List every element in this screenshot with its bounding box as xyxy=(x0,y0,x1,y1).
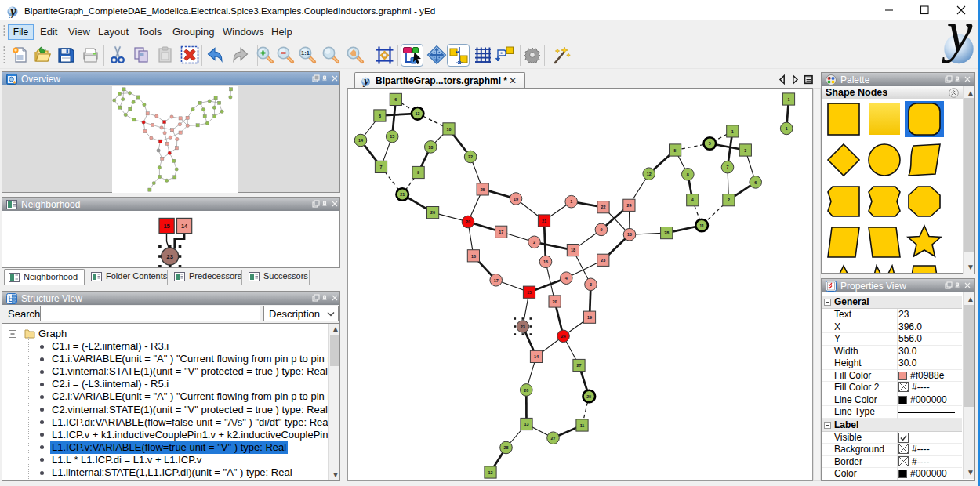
svg-text:23: 23 xyxy=(167,253,173,260)
svg-text:4: 4 xyxy=(565,276,568,281)
svg-text:9: 9 xyxy=(600,227,602,232)
svg-text:9: 9 xyxy=(417,170,419,175)
svg-text:1: 1 xyxy=(786,126,788,131)
svg-text:27: 27 xyxy=(551,436,556,441)
svg-text:18: 18 xyxy=(428,145,433,150)
svg-text:15: 15 xyxy=(390,134,394,139)
svg-text:2: 2 xyxy=(728,198,730,202)
svg-text:6: 6 xyxy=(394,97,397,102)
svg-text:8: 8 xyxy=(687,172,689,177)
svg-text:22: 22 xyxy=(601,205,606,209)
svg-text:26: 26 xyxy=(524,388,528,393)
svg-text:4: 4 xyxy=(691,198,694,202)
svg-text:27: 27 xyxy=(577,363,582,368)
svg-text:23: 23 xyxy=(521,325,525,329)
svg-text:20: 20 xyxy=(466,219,470,224)
svg-text:14: 14 xyxy=(534,354,539,359)
svg-text:5: 5 xyxy=(709,141,711,146)
svg-text:y: y xyxy=(362,74,369,87)
svg-text:21: 21 xyxy=(542,219,546,223)
svg-text:1: 1 xyxy=(570,199,572,204)
svg-text:8: 8 xyxy=(379,114,381,118)
svg-text:12: 12 xyxy=(647,172,652,176)
svg-text:3: 3 xyxy=(744,148,746,153)
svg-text:12: 12 xyxy=(488,470,493,475)
svg-text:17: 17 xyxy=(499,230,503,234)
svg-text:20: 20 xyxy=(553,299,557,304)
svg-text:14: 14 xyxy=(358,138,363,143)
svg-text:25: 25 xyxy=(481,187,485,192)
svg-text:28: 28 xyxy=(664,230,669,235)
svg-text:y: y xyxy=(942,20,973,63)
svg-text:3: 3 xyxy=(590,282,592,287)
svg-text:11: 11 xyxy=(699,223,704,228)
svg-text:15: 15 xyxy=(163,223,169,230)
svg-text:13: 13 xyxy=(416,111,420,116)
svg-text:24: 24 xyxy=(561,334,566,339)
svg-text:y: y xyxy=(9,4,16,19)
svg-text:13: 13 xyxy=(524,422,529,426)
svg-text:11: 11 xyxy=(580,423,585,428)
svg-text:25: 25 xyxy=(586,394,591,399)
svg-text:21: 21 xyxy=(400,192,405,197)
svg-text:26: 26 xyxy=(430,210,435,215)
svg-text:10: 10 xyxy=(627,232,632,237)
svg-text:1: 1 xyxy=(731,129,734,134)
svg-text:19: 19 xyxy=(514,197,518,201)
svg-text:22: 22 xyxy=(468,154,473,159)
svg-text:19: 19 xyxy=(587,315,592,320)
svg-text:17: 17 xyxy=(494,278,499,283)
svg-text:7: 7 xyxy=(727,165,729,169)
svg-text:1:1: 1:1 xyxy=(301,49,310,56)
svg-text:28: 28 xyxy=(504,445,509,450)
svg-text:14: 14 xyxy=(181,223,188,230)
svg-text:16: 16 xyxy=(471,254,476,259)
svg-text:23: 23 xyxy=(601,258,605,263)
svg-text:16: 16 xyxy=(543,259,548,264)
svg-text:24: 24 xyxy=(626,203,631,208)
svg-text:5: 5 xyxy=(674,148,677,153)
svg-text:18: 18 xyxy=(571,248,575,252)
svg-text:7: 7 xyxy=(380,165,383,169)
svg-text:15: 15 xyxy=(527,290,532,295)
svg-text:1: 1 xyxy=(788,97,790,102)
svg-text:6: 6 xyxy=(754,180,757,185)
svg-text:10: 10 xyxy=(447,127,452,132)
svg-text:2: 2 xyxy=(533,240,535,245)
